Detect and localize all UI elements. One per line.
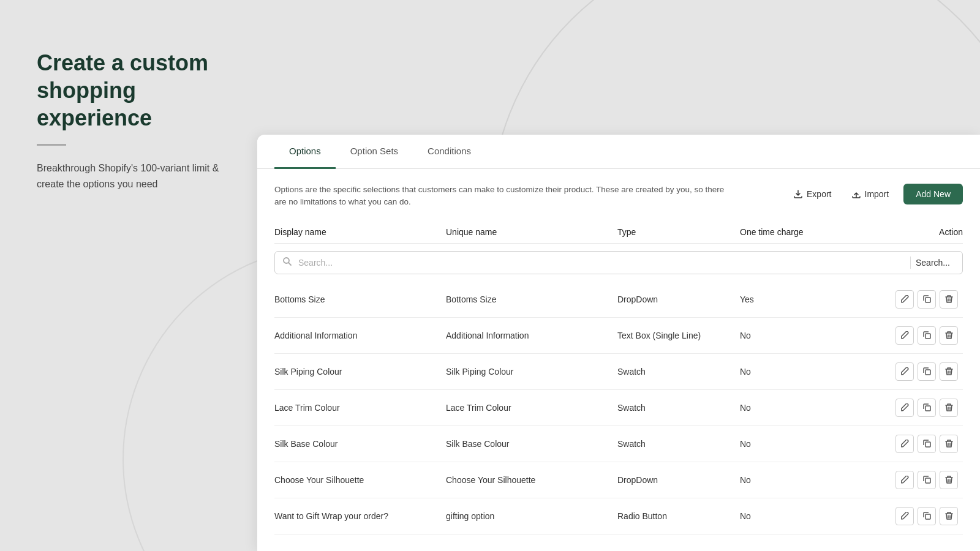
cell-display-name: Silk Piping Colour: [274, 353, 446, 389]
copy-icon: [923, 440, 931, 448]
cell-action: [862, 425, 963, 462]
delete-icon: [945, 331, 953, 339]
svg-line-1: [288, 263, 291, 265]
svg-rect-6: [925, 442, 930, 447]
delete-icon: [945, 476, 953, 484]
cell-unique-name: Bottoms Size: [446, 282, 617, 318]
edit-icon: [901, 440, 909, 448]
export-icon: [793, 189, 803, 199]
cell-type: Text Box (Single Line): [617, 317, 740, 353]
svg-rect-8: [925, 514, 930, 519]
edit-button[interactable]: [895, 326, 914, 345]
cell-display-name: Choose Your Silhouette: [274, 462, 446, 498]
delete-button[interactable]: [940, 362, 958, 381]
cell-unique-name: Lace Trim Colour: [446, 389, 617, 425]
copy-icon: [923, 476, 931, 484]
cell-one-time-charge: No: [740, 317, 862, 353]
edit-button[interactable]: [895, 399, 914, 417]
delete-button[interactable]: [940, 290, 958, 309]
cell-action: [862, 317, 963, 353]
export-button[interactable]: Export: [788, 186, 836, 203]
edit-icon: [901, 331, 909, 339]
search-input[interactable]: [298, 258, 904, 268]
cell-one-time-charge: Yes: [740, 282, 862, 318]
cell-one-time-charge: No: [740, 498, 862, 534]
table-row: Bottoms SizeBottoms SizeDropDownYes: [274, 282, 963, 318]
table-row: Lace Trim ColourLace Trim ColourSwatchNo: [274, 389, 963, 425]
cell-action: [862, 353, 963, 389]
edit-icon: [901, 367, 909, 375]
table-row: Want to Gift Wrap your order?gifting opt…: [274, 498, 963, 534]
cell-one-time-charge: No: [740, 425, 862, 462]
edit-button[interactable]: [895, 507, 914, 525]
left-panel: Create a custom shopping experience Brea…: [0, 0, 257, 551]
cell-display-name: Silk Base Colour: [274, 425, 446, 462]
cell-display-name: Lace Trim Colour: [274, 389, 446, 425]
import-icon: [851, 189, 861, 199]
delete-icon: [945, 295, 953, 303]
edit-icon: [901, 476, 909, 484]
action-buttons: [862, 507, 958, 525]
edit-button[interactable]: [895, 435, 914, 453]
edit-button[interactable]: [895, 471, 914, 489]
panel-body: Options are the specific selections that…: [257, 169, 980, 549]
copy-button[interactable]: [918, 326, 936, 345]
col-one-time-charge: One time charge: [740, 227, 862, 237]
delete-button[interactable]: [940, 435, 958, 453]
divider: [37, 144, 66, 146]
delete-button[interactable]: [940, 507, 958, 525]
svg-rect-3: [925, 334, 930, 339]
table-header: Display name Unique name Type One time c…: [274, 221, 963, 244]
copy-button[interactable]: [918, 507, 936, 525]
search-button[interactable]: Search...: [910, 257, 955, 269]
edit-button[interactable]: [895, 362, 914, 381]
add-new-button[interactable]: Add New: [903, 184, 963, 204]
cell-type: Swatch: [617, 353, 740, 389]
delete-button[interactable]: [940, 399, 958, 417]
content-panel: Options Option Sets Conditions Options a…: [257, 135, 980, 551]
cell-unique-name: Additional Information: [446, 317, 617, 353]
description-text: Options are the specific selections that…: [274, 184, 728, 209]
svg-rect-5: [925, 406, 930, 411]
col-unique-name: Unique name: [446, 227, 617, 237]
main-heading: Create a custom shopping experience: [37, 49, 221, 132]
delete-button[interactable]: [940, 471, 958, 489]
edit-icon: [901, 403, 909, 411]
copy-button[interactable]: [918, 290, 936, 309]
table-row: Additional InformationAdditional Informa…: [274, 317, 963, 353]
table-container: Display name Unique name Type One time c…: [274, 221, 963, 534]
action-buttons: [862, 399, 958, 417]
data-table: Bottoms SizeBottoms SizeDropDownYesAddit…: [274, 282, 963, 534]
action-buttons: [862, 326, 958, 345]
tab-options[interactable]: Options: [274, 135, 336, 169]
cell-action: [862, 498, 963, 534]
table-row: Silk Base ColourSilk Base ColourSwatchNo: [274, 425, 963, 462]
cell-display-name: Bottoms Size: [274, 282, 446, 318]
cell-type: Radio Button: [617, 498, 740, 534]
edit-button[interactable]: [895, 290, 914, 309]
tab-conditions[interactable]: Conditions: [413, 135, 486, 169]
copy-button[interactable]: [918, 471, 936, 489]
col-type: Type: [617, 227, 740, 237]
col-display-name: Display name: [274, 227, 446, 237]
search-row: Search...: [274, 251, 963, 274]
copy-button[interactable]: [918, 399, 936, 417]
copy-icon: [923, 295, 931, 303]
import-button[interactable]: Import: [846, 186, 894, 203]
cell-unique-name: Silk Base Colour: [446, 425, 617, 462]
table-row: Choose Your SilhouetteChoose Your Silhou…: [274, 462, 963, 498]
svg-rect-2: [925, 298, 930, 302]
delete-button[interactable]: [940, 326, 958, 345]
tab-option-sets[interactable]: Option Sets: [336, 135, 413, 169]
cell-one-time-charge: No: [740, 462, 862, 498]
cell-unique-name: gifting option: [446, 498, 617, 534]
cell-action: [862, 462, 963, 498]
copy-icon: [923, 403, 931, 411]
copy-button[interactable]: [918, 362, 936, 381]
action-buttons: [862, 290, 958, 309]
cell-type: Swatch: [617, 389, 740, 425]
copy-button[interactable]: [918, 435, 936, 453]
cell-action: [862, 389, 963, 425]
copy-icon: [923, 367, 931, 375]
table-row: Silk Piping ColourSilk Piping ColourSwat…: [274, 353, 963, 389]
